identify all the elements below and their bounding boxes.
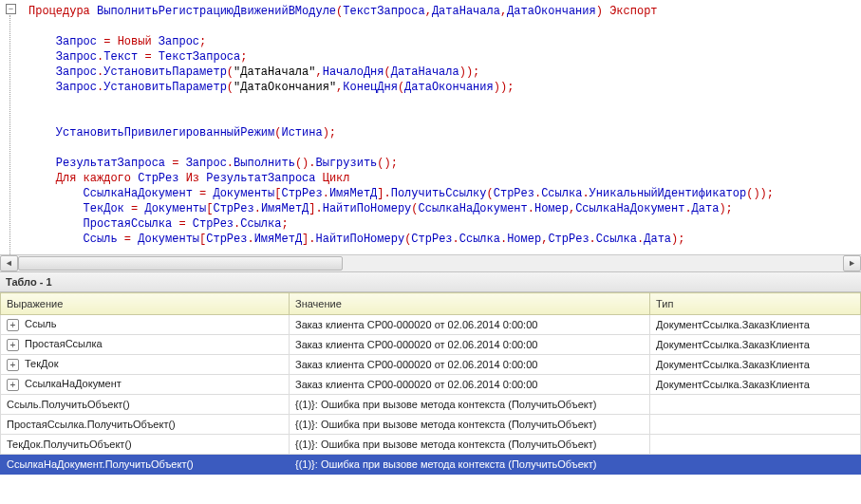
table-row[interactable]: СсылкаНаДокумент.ПолучитьОбъект(){(1)}: …	[1, 455, 861, 475]
editor-horizontal-scrollbar[interactable]: ◄ ►	[0, 254, 861, 271]
expand-icon[interactable]: +	[7, 339, 19, 351]
watch-panel-title: Табло - 1	[0, 271, 861, 292]
fold-guide	[9, 15, 10, 254]
table-row[interactable]: Ссыль.ПолучитьОбъект(){(1)}: Ошибка при …	[1, 395, 861, 415]
cell-value: {(1)}: Ошибка при вызове метода контекст…	[290, 395, 650, 415]
expression-text: ПростаяСсылка.ПолучитьОбъект()	[7, 419, 176, 430]
expression-text: ПростаяСсылка	[25, 338, 103, 349]
table-row[interactable]: +ТекДокЗаказ клиента СР00-000020 от 02.0…	[1, 355, 861, 375]
cell-expression[interactable]: ПростаяСсылка.ПолучитьОбъект()	[1, 415, 290, 435]
cell-type: ДокументСсылка.ЗаказКлиента	[650, 375, 861, 395]
code-content[interactable]: Процедура ВыполнитьРегистрациюДвиженийВМ…	[0, 0, 861, 254]
table-row[interactable]: ТекДок.ПолучитьОбъект(){(1)}: Ошибка при…	[1, 435, 861, 455]
expression-text: Ссыль	[25, 318, 57, 329]
col-header-expression[interactable]: Выражение	[1, 293, 290, 315]
watch-table: Выражение Значение Тип +СсыльЗаказ клиен…	[0, 292, 861, 475]
scroll-track[interactable]	[18, 256, 843, 271]
expand-icon[interactable]: +	[7, 379, 19, 391]
expression-text: Ссыль.ПолучитьОбъект()	[7, 399, 130, 410]
cell-value: Заказ клиента СР00-000020 от 02.06.2014 …	[290, 315, 650, 335]
scroll-right-button[interactable]: ►	[843, 255, 861, 271]
table-row[interactable]: +СсыльЗаказ клиента СР00-000020 от 02.06…	[1, 315, 861, 335]
cell-value: {(1)}: Ошибка при вызове метода контекст…	[290, 435, 650, 455]
cell-type	[650, 415, 861, 435]
cell-expression[interactable]: +ТекДок	[1, 355, 290, 375]
fold-gutter: −	[6, 4, 17, 14]
watch-grid[interactable]: Выражение Значение Тип +СсыльЗаказ клиен…	[0, 292, 861, 504]
table-row[interactable]: +ПростаяСсылкаЗаказ клиента СР00-000020 …	[1, 335, 861, 355]
cell-expression[interactable]: Ссыль.ПолучитьОбъект()	[1, 395, 290, 415]
cell-type	[650, 435, 861, 455]
table-row[interactable]: +СсылкаНаДокументЗаказ клиента СР00-0000…	[1, 375, 861, 395]
watch-header-row: Выражение Значение Тип	[1, 293, 861, 315]
code-editor[interactable]: − Процедура ВыполнитьРегистрациюДвижений…	[0, 0, 861, 254]
cell-value: Заказ клиента СР00-000020 от 02.06.2014 …	[290, 375, 650, 395]
cell-type	[650, 455, 861, 475]
cell-expression[interactable]: СсылкаНаДокумент.ПолучитьОбъект()	[1, 455, 290, 475]
expression-text: СсылкаНаДокумент.ПолучитьОбъект()	[7, 458, 194, 470]
cell-expression[interactable]: +ПростаяСсылка	[1, 335, 290, 355]
cell-value: Заказ клиента СР00-000020 от 02.06.2014 …	[290, 335, 650, 355]
cell-value: Заказ клиента СР00-000020 от 02.06.2014 …	[290, 355, 650, 375]
scroll-left-button[interactable]: ◄	[0, 255, 18, 271]
expression-text: ТекДок	[25, 358, 59, 369]
expression-text: СсылкаНаДокумент	[25, 378, 122, 389]
scroll-thumb[interactable]	[18, 256, 343, 271]
cell-type: ДокументСсылка.ЗаказКлиента	[650, 355, 861, 375]
cell-value: {(1)}: Ошибка при вызове метода контекст…	[290, 455, 650, 475]
expression-text: ТекДок.ПолучитьОбъект()	[7, 439, 132, 450]
col-header-value[interactable]: Значение	[290, 293, 650, 315]
cell-type: ДокументСсылка.ЗаказКлиента	[650, 315, 861, 335]
cell-expression[interactable]: +Ссыль	[1, 315, 290, 335]
cell-type: ДокументСсылка.ЗаказКлиента	[650, 335, 861, 355]
col-header-type[interactable]: Тип	[650, 293, 861, 315]
table-row[interactable]: ПростаяСсылка.ПолучитьОбъект(){(1)}: Оши…	[1, 415, 861, 435]
cell-expression[interactable]: ТекДок.ПолучитьОбъект()	[1, 435, 290, 455]
expand-icon[interactable]: +	[7, 319, 19, 331]
fold-toggle-icon[interactable]: −	[6, 4, 16, 14]
cell-type	[650, 395, 861, 415]
cell-value: {(1)}: Ошибка при вызове метода контекст…	[290, 415, 650, 435]
app-root: − Процедура ВыполнитьРегистрациюДвижений…	[0, 0, 861, 504]
cell-expression[interactable]: +СсылкаНаДокумент	[1, 375, 290, 395]
expand-icon[interactable]: +	[7, 359, 19, 371]
